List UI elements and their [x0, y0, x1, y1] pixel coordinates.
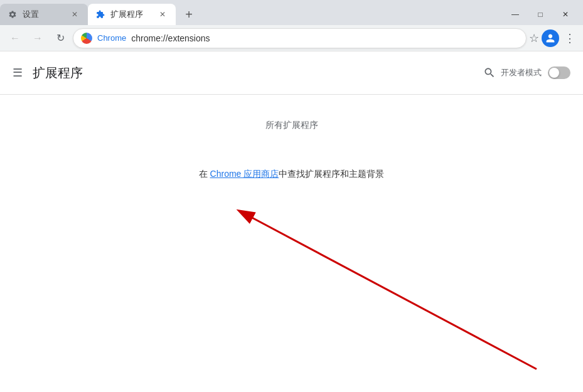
window-controls: — □ ✕: [498, 4, 583, 25]
search-button[interactable]: [478, 61, 501, 84]
back-button[interactable]: ←: [5, 28, 25, 48]
store-text-post: 中查找扩展程序和主题背景: [279, 169, 384, 179]
extensions-tab-title: 扩展程序: [110, 9, 152, 20]
forward-button[interactable]: →: [28, 28, 48, 48]
settings-tab-icon: [8, 9, 18, 19]
reload-button[interactable]: ↻: [50, 28, 70, 48]
extensions-main: 所有扩展程序 在 Chrome 应用商店中查找扩展程序和主题背景: [0, 95, 583, 205]
close-button[interactable]: ✕: [553, 4, 578, 25]
toggle-thumb: [549, 68, 559, 78]
chrome-store-link[interactable]: Chrome 应用商店: [210, 169, 279, 179]
dev-mode-label: 开发者模式: [501, 67, 542, 78]
profile-icon: [545, 33, 555, 43]
minimize-button[interactable]: —: [503, 4, 528, 25]
settings-tab-title: 设置: [23, 9, 64, 20]
menu-button[interactable]: ⋮: [562, 29, 578, 48]
new-tab-button[interactable]: +: [178, 4, 200, 25]
tab-extensions[interactable]: 扩展程序 ✕: [88, 4, 176, 25]
page-content: ☰ 扩展程序 开发者模式 所有扩展程序 在 Chrome 应用商店中查找扩展程序…: [0, 51, 583, 392]
chrome-label: Chrome: [97, 33, 126, 43]
svg-line-1: [248, 216, 537, 369]
tab-settings[interactable]: 设置 ✕: [0, 4, 88, 25]
extensions-header: ☰ 扩展程序 开发者模式: [0, 51, 583, 95]
profile-button[interactable]: [542, 29, 559, 47]
nav-bar: ← → ↻ Chrome chrome://extensions ☆ ⋮: [0, 25, 583, 51]
address-bar[interactable]: Chrome chrome://extensions: [73, 28, 527, 48]
all-extensions-label: 所有扩展程序: [265, 120, 318, 131]
maximize-button[interactable]: □: [528, 4, 553, 25]
nav-right-controls: ☆ ⋮: [529, 29, 578, 48]
hamburger-menu-icon[interactable]: ☰: [13, 66, 23, 80]
titlebar-spacer: [200, 4, 498, 25]
bookmark-star-icon[interactable]: ☆: [529, 31, 539, 45]
address-url: chrome://extensions: [131, 33, 210, 43]
extensions-tab-icon: [95, 9, 105, 19]
search-icon: [483, 66, 496, 79]
store-link-container: 在 Chrome 应用商店中查找扩展程序和主题背景: [199, 169, 385, 180]
settings-tab-close[interactable]: ✕: [69, 9, 80, 20]
chrome-globe-icon: [81, 33, 92, 44]
extensions-tab-close[interactable]: ✕: [157, 9, 168, 20]
page-title: 扩展程序: [33, 65, 83, 82]
browser-window: 设置 ✕ 扩展程序 ✕ + — □ ✕ ← → ↻: [0, 0, 583, 392]
title-bar: 设置 ✕ 扩展程序 ✕ + — □ ✕: [0, 0, 583, 25]
store-text-pre: 在: [199, 169, 210, 179]
dev-mode-toggle[interactable]: [548, 66, 570, 79]
